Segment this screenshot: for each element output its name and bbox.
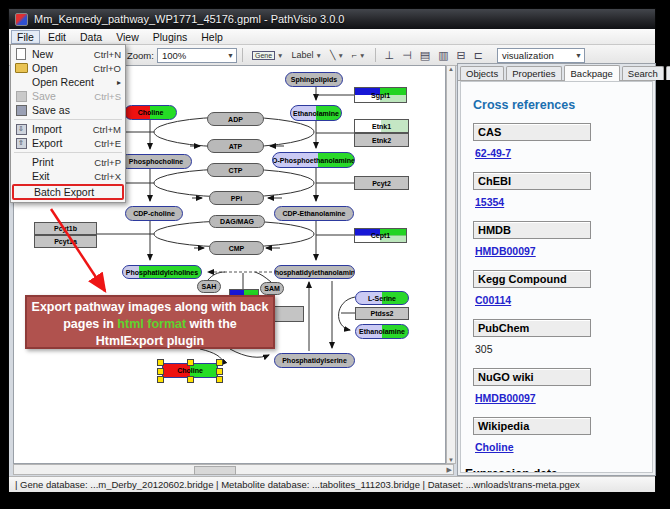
chevron-down-icon[interactable]: ▼ [575,52,582,59]
node-phosphatidylserine[interactable]: Phosphatidylserine [274,353,355,368]
selection-handle[interactable] [157,368,164,375]
ref-link[interactable]: 62-49-7 [475,147,511,159]
node-dag-mag[interactable]: DAG/MAG [209,215,265,228]
scrollbar-thumb[interactable] [194,466,236,475]
node-etnk2[interactable]: Etnk2 [354,133,409,147]
node-sgpl1[interactable]: Sgpl1 [354,87,407,103]
chevron-down-icon[interactable]: ▼ [227,52,234,59]
tab-search[interactable]: Search [622,66,664,80]
node-l-serine[interactable]: L-Serine [355,291,409,305]
file-menu-label: Save [32,90,94,102]
selection-handle[interactable] [187,376,194,383]
node-ctp[interactable]: CTP [207,163,264,177]
node-atp[interactable]: ATP [207,139,264,153]
node-ethanolamine-bottom[interactable]: Ethanolamine [355,324,409,339]
align-center-horizontal-icon[interactable]: ⊣ [402,49,412,62]
node-cmp[interactable]: CMP [209,241,264,255]
file-menu-open-recent[interactable]: Open Recent ▸ [11,75,125,89]
menu-data[interactable]: Data [74,30,108,44]
annotation-callout: Export pathway images along with back pa… [25,295,275,349]
node-sphingolipids[interactable]: Sphingolipids [285,72,343,87]
connector-tool-button[interactable]: ⌐ ▼ [348,47,370,63]
node-choline-top[interactable]: Choline [124,105,177,120]
file-menu-shortcut: Ctrl+X [94,171,121,182]
file-menu-export[interactable]: ⇧ Export Ctrl+E [11,136,125,150]
node-ethanolamine-top[interactable]: Ethanolamine [290,105,342,121]
gene-datanode-button[interactable]: Gene ▼ [248,47,288,63]
scroll-up-icon[interactable]: ▲ [448,66,454,72]
chevron-down-icon[interactable]: ▼ [359,52,365,59]
node-adp[interactable]: ADP [207,112,264,126]
align-center-vertical-icon[interactable]: ⊥ [385,49,395,62]
node-phosphatidylcholines[interactable]: Phosphatidylcholines [122,265,202,279]
node-sah[interactable]: SAH [197,280,221,293]
align-bottom-icon[interactable]: ⊟ [457,49,466,62]
chevron-down-icon[interactable]: ▼ [337,52,343,59]
selection-handle[interactable] [157,359,164,366]
node-o-phosphoethanolamine[interactable]: O-Phosphoethanolamine [272,152,355,168]
canvas-vertical-scrollbar[interactable]: ▲ ▼ [446,65,456,464]
scroll-down-icon[interactable]: ▼ [448,457,454,463]
tab-properties[interactable]: Properties [506,66,561,80]
node-phosphatidylethanolamine[interactable]: Phosphatidylethanolamine [274,265,355,279]
menu-plugins[interactable]: Plugins [147,30,193,44]
ref-db-name: Kegg Compound [473,270,591,288]
ref-db-name: CAS [473,123,591,141]
tab-objects[interactable]: Objects [460,66,504,80]
chevron-down-icon[interactable]: ▼ [277,52,283,59]
selection-handle[interactable] [216,359,223,366]
menu-edit[interactable]: Edit [42,30,72,44]
selection-handle[interactable] [157,376,164,383]
zoom-combobox[interactable]: 100% ▼ [157,48,237,63]
zoom-value: 100% [162,50,186,61]
connector-tool-icon: ⌐ [352,50,357,60]
file-menu-new[interactable]: New Ctrl+N [11,47,125,61]
distribute-columns-icon[interactable]: ▥ [438,49,448,62]
chevron-down-icon[interactable]: ▼ [316,52,322,59]
file-menu-open[interactable]: Open Ctrl+O [11,61,125,75]
ref-hmdb: HMDB HMDB00097 [473,221,652,259]
title-bar[interactable]: Mm_Kennedy_pathway_WP1771_45176.gpml - P… [9,9,655,29]
menu-separator [14,119,122,120]
line-tool-button[interactable]: ╲ ▼ [326,47,348,63]
selection-handle[interactable] [216,368,223,375]
file-menu-save-as[interactable]: Save as [11,103,125,117]
node-pcyt1a[interactable]: Pcyt1a [34,235,97,248]
scroll-right-icon[interactable]: ▶ [447,465,452,474]
label-button[interactable]: Label ▼ [288,47,326,63]
file-menu-save[interactable]: Save Ctrl+S [11,89,125,103]
node-ptdss2[interactable]: Ptdss2 [355,307,409,320]
node-sam[interactable]: SAM [260,282,284,295]
file-menu-label: Batch Export [34,186,118,198]
menu-view[interactable]: View [110,30,145,44]
node-phosphocholine[interactable]: Phosphocholine [120,154,192,169]
side-panel: Objects Properties Backpage Search Legen… [457,63,656,476]
tab-backpage[interactable]: Backpage [564,65,620,81]
node-gene-partial-gray[interactable] [270,306,304,322]
node-etnk1[interactable]: Etnk1 [354,119,409,133]
node-ppi[interactable]: PPi [209,191,264,205]
selection-handle[interactable] [187,359,194,366]
node-cdp-ethanolamine[interactable]: CDP-Ethanolamine [274,206,354,221]
ref-link[interactable]: HMDB00097 [475,245,536,257]
node-cdp-choline[interactable]: CDP-choline [125,206,183,221]
file-menu-exit[interactable]: Exit Ctrl+X [11,169,125,183]
file-menu-batch-export[interactable]: Batch Export [12,184,124,200]
menu-file[interactable]: File [11,30,40,44]
tab-legend[interactable]: Legend [666,66,670,80]
node-pcyt1b[interactable]: Pcyt1b [34,222,97,235]
canvas-horizontal-scrollbar[interactable]: ▶ [13,464,454,475]
ref-link[interactable]: HMDB00097 [475,392,536,404]
selection-handle[interactable] [216,376,223,383]
visualization-combobox[interactable]: visualization ▼ [497,48,585,63]
distribute-rows-icon[interactable]: ▤ [420,49,430,62]
ref-link[interactable]: Choline [475,441,514,453]
node-cept1[interactable]: Cept1 [354,228,407,243]
align-left-icon[interactable]: ⊏ [474,49,483,62]
file-menu-import[interactable]: ⇩ Import Ctrl+M [11,122,125,136]
ref-link[interactable]: C00114 [475,294,511,306]
file-menu-print[interactable]: Print Ctrl+P [11,155,125,169]
menu-help[interactable]: Help [195,30,229,44]
node-pcyt2[interactable]: Pcyt2 [354,176,409,190]
ref-link[interactable]: 15354 [475,196,504,208]
